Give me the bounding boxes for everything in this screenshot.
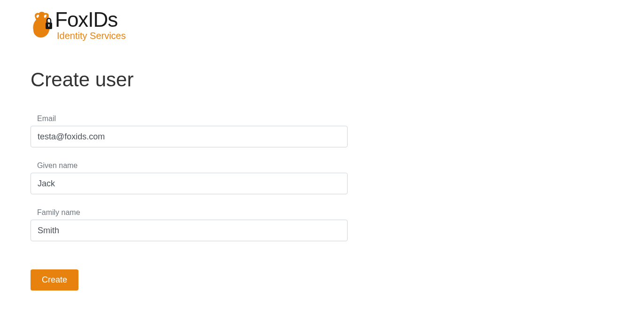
email-group: Email (31, 115, 348, 147)
create-button[interactable]: Create (31, 269, 78, 291)
brand-title: FoxIDs (55, 9, 126, 30)
given-name-field[interactable] (31, 173, 348, 194)
email-field[interactable] (31, 126, 348, 147)
header: FoxIDs Identity Services (31, 9, 613, 40)
brand-subtitle: Identity Services (57, 31, 126, 40)
family-name-group: Family name (31, 208, 348, 241)
given-name-group: Given name (31, 161, 348, 194)
given-name-label: Given name (37, 161, 348, 170)
page-title: Create user (31, 69, 613, 91)
family-name-field[interactable] (31, 220, 348, 241)
email-label: Email (37, 115, 348, 123)
fox-logo-icon (31, 10, 54, 39)
brand-text: FoxIDs Identity Services (55, 9, 126, 40)
svg-rect-2 (48, 25, 49, 27)
family-name-label: Family name (37, 208, 348, 217)
